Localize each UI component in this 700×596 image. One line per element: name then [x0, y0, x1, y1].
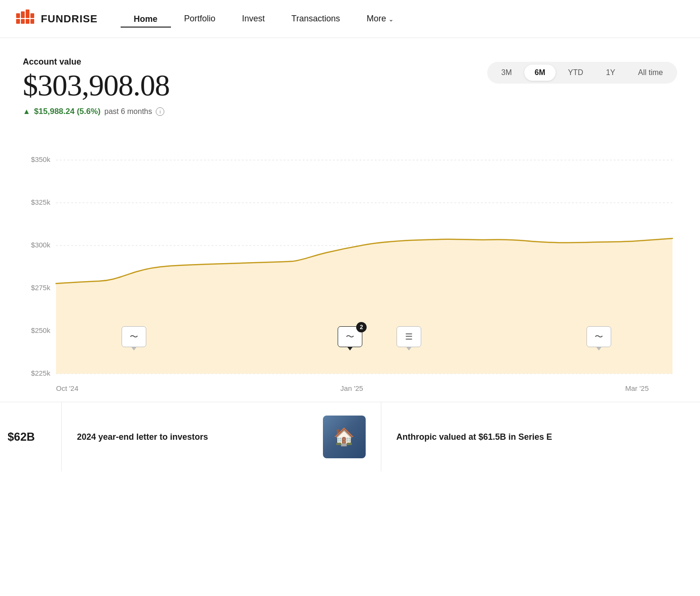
marker-box-1[interactable]: 〜: [122, 326, 146, 347]
badge-count: 2: [356, 322, 367, 332]
svg-rect-7: [30, 19, 34, 24]
nav-link-transactions[interactable]: Transactions: [278, 10, 353, 28]
svg-rect-0: [16, 13, 20, 18]
trend-icon-4: 〜: [595, 331, 603, 342]
nav-item-home[interactable]: Home: [121, 10, 171, 28]
x-label-mar25: Mar '25: [625, 384, 649, 392]
time-btn-ytd[interactable]: YTD: [558, 65, 594, 81]
trend-icon-1: 〜: [130, 331, 138, 342]
info-icon[interactable]: i: [156, 107, 164, 116]
nav-item-more[interactable]: More ⌄: [353, 10, 407, 28]
svg-text:$300k: $300k: [31, 241, 50, 249]
nav-more-button[interactable]: More ⌄: [353, 10, 407, 28]
x-label-oct24: Oct '24: [56, 384, 78, 392]
news-text-letter: 2024 year-end letter to investors: [77, 431, 313, 443]
svg-text:$225k: $225k: [31, 369, 50, 377]
logo-text: FUNDRISE: [41, 13, 98, 25]
change-amount: $15,988.24 (5.6%): [34, 107, 101, 116]
time-btn-6m[interactable]: 6M: [524, 65, 556, 81]
account-value: $303,908.08: [23, 69, 170, 102]
marker-box-4[interactable]: 〜: [586, 326, 611, 347]
account-header: Account value $303,908.08 ▲ $15,988.24 (…: [23, 57, 677, 116]
news-thumb-house: [323, 416, 366, 458]
account-left: Account value $303,908.08 ▲ $15,988.24 (…: [23, 57, 170, 116]
chart-container: $350k $325k $300k $275k $250k $225k: [23, 132, 677, 392]
svg-text:$350k: $350k: [31, 155, 50, 163]
trend-icon-2: 〜: [346, 331, 354, 342]
account-label: Account value: [23, 57, 170, 67]
nav-item-portfolio[interactable]: Portfolio: [171, 10, 229, 28]
svg-rect-3: [21, 19, 25, 24]
x-label-jan25: Jan '25: [341, 384, 363, 392]
svg-rect-5: [26, 19, 29, 24]
nav-item-invest[interactable]: Invest: [229, 10, 278, 28]
logo-area: FUNDRISE: [15, 9, 98, 29]
nav-item-transactions[interactable]: Transactions: [278, 10, 353, 28]
change-period: past 6 months: [104, 107, 152, 116]
marker-box-2[interactable]: 2 〜: [338, 326, 362, 347]
chevron-down-icon: ⌄: [388, 16, 394, 23]
time-btn-alltime[interactable]: All time: [628, 65, 673, 81]
svg-text:$250k: $250k: [31, 326, 50, 334]
logo-icon: [15, 9, 36, 29]
x-axis-labels: Oct '24 Jan '25 Mar '25: [23, 384, 677, 392]
time-btn-3m[interactable]: 3M: [491, 65, 522, 81]
svg-text:$275k: $275k: [31, 284, 50, 292]
account-change: ▲ $15,988.24 (5.6%) past 6 months i: [23, 107, 170, 116]
time-btn-1y[interactable]: 1Y: [596, 65, 626, 81]
news-item-partial[interactable]: $62B: [0, 402, 62, 472]
nav-link-home[interactable]: Home: [121, 10, 171, 28]
chart-marker-1[interactable]: 〜: [122, 326, 146, 347]
news-title-letter: 2024 year-end letter to investors: [77, 431, 313, 443]
chart-svg-wrap: $350k $325k $300k $275k $250k $225k: [23, 132, 677, 380]
up-arrow-icon: ▲: [23, 107, 30, 116]
svg-text:$325k: $325k: [31, 198, 50, 206]
svg-rect-4: [26, 9, 29, 18]
svg-rect-6: [30, 13, 34, 18]
nav-links: Home Portfolio Invest Transactions More …: [121, 10, 407, 28]
svg-rect-2: [21, 11, 25, 18]
chart-marker-3[interactable]: ☰: [397, 326, 421, 347]
main-content: Account value $303,908.08 ▲ $15,988.24 (…: [0, 38, 700, 392]
news-strip: $62B 2024 year-end letter to investors A…: [0, 402, 700, 472]
navbar: FUNDRISE Home Portfolio Invest Transacti…: [0, 0, 700, 38]
lines-icon: ☰: [405, 331, 413, 342]
nav-more-label: More: [367, 14, 386, 23]
nav-link-invest[interactable]: Invest: [229, 10, 278, 28]
nav-link-portfolio[interactable]: Portfolio: [171, 10, 229, 28]
chart-marker-2[interactable]: 2 〜: [338, 326, 362, 347]
news-item-anthropic[interactable]: Anthropic valued at $61.5B in Series E: [381, 402, 700, 472]
svg-rect-1: [16, 19, 20, 24]
chart-marker-4[interactable]: 〜: [586, 326, 611, 347]
news-title-anthropic: Anthropic valued at $61.5B in Series E: [397, 431, 685, 443]
partial-value: $62B: [8, 430, 35, 444]
marker-box-3[interactable]: ☰: [397, 326, 421, 347]
news-text-anthropic: Anthropic valued at $61.5B in Series E: [397, 431, 685, 443]
news-item-letter[interactable]: 2024 year-end letter to investors: [62, 402, 381, 472]
time-filter: 3M 6M YTD 1Y All time: [487, 62, 678, 84]
